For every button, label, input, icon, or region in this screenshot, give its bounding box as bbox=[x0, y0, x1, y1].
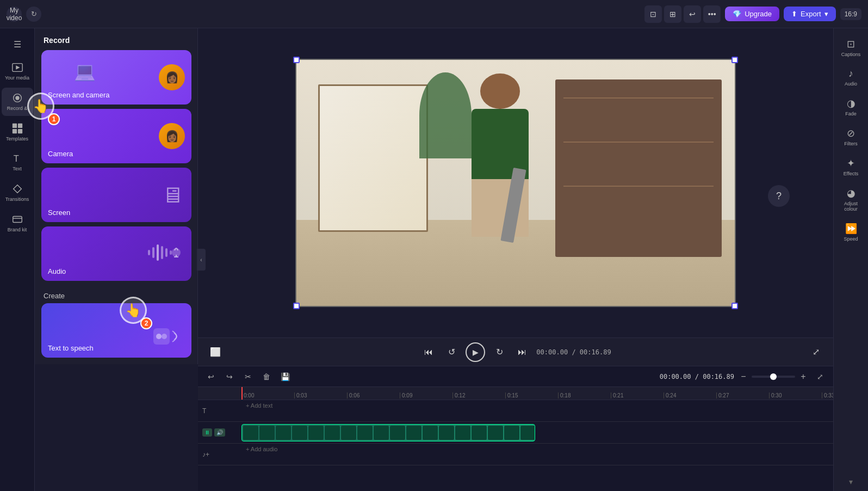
audio-track-content: + Add audio bbox=[241, 444, 833, 465]
right-sidebar-collapse[interactable]: ▾ bbox=[849, 477, 853, 491]
track-mute-btn[interactable]: ⏸ bbox=[202, 428, 212, 437]
video-clip[interactable] bbox=[241, 424, 535, 441]
sidebar-item-brand[interactable]: Brand kit bbox=[2, 209, 33, 237]
audio-right-label: Audio bbox=[845, 81, 857, 87]
sidebar-item-record-label: Record & bbox=[7, 106, 28, 112]
ruler-mark-0: 0:00 bbox=[241, 392, 294, 398]
play-button[interactable]: ▶ bbox=[466, 342, 485, 362]
timeline-area: ↩ ↪ ✂ 🗑 💾 00:00.00 / 00:16.89 − + ⤢ bbox=[198, 366, 833, 491]
sidebar-item-templates[interactable]: Templates bbox=[2, 118, 33, 146]
handle-bottom-left[interactable] bbox=[293, 303, 300, 309]
track-vol-btn[interactable]: 🔊 bbox=[214, 428, 225, 437]
right-sidebar-item-adjust-colour[interactable]: ◕ Adjust colour bbox=[835, 183, 867, 216]
crop-tool-btn[interactable]: ⊡ bbox=[644, 5, 662, 23]
right-sidebar-item-audio[interactable]: ♪ Audio bbox=[835, 64, 867, 91]
zoom-thumb bbox=[770, 373, 777, 380]
ruler-mark-9: 0:09 bbox=[400, 392, 452, 398]
camera-label: Camera bbox=[48, 150, 73, 158]
resize-tool-btn[interactable]: ⊞ bbox=[664, 5, 681, 23]
effects-icon: ✦ bbox=[847, 157, 855, 169]
topbar-title-btn[interactable]: My video bbox=[7, 7, 22, 22]
fullscreen-btn[interactable]: ⤢ bbox=[807, 343, 824, 361]
handle-bottom-right[interactable] bbox=[731, 303, 738, 309]
undo-tool-btn[interactable]: ↩ bbox=[684, 5, 701, 23]
controls-center: ⏮ ↺ ▶ ↻ ⏭ 00:00.00 / 00:16.89 bbox=[420, 342, 611, 362]
sidebar-item-your-media[interactable]: Your media bbox=[2, 57, 33, 85]
audio-track-row: ♪+ + Add audio bbox=[198, 444, 833, 465]
svg-rect-15 bbox=[165, 248, 168, 257]
timeline-delete-btn[interactable]: 🗑 bbox=[259, 369, 274, 384]
hamburger-menu-btn[interactable]: ☰ bbox=[8, 34, 27, 55]
zoom-slider[interactable] bbox=[752, 376, 795, 378]
ruler-mark-15: 0:15 bbox=[505, 392, 558, 398]
ruler-marks: 0:00 0:03 0:06 0:09 0:12 0:15 0:18 0:21 … bbox=[241, 392, 833, 400]
video-track-content[interactable] bbox=[241, 422, 833, 443]
help-button[interactable]: ? bbox=[768, 185, 790, 207]
sync-icon-btn[interactable]: ↻ bbox=[26, 7, 41, 22]
right-sidebar-item-effects[interactable]: ✦ Effects bbox=[835, 153, 867, 181]
audio-wave-icon bbox=[148, 242, 181, 266]
record-card-camera[interactable]: Camera 👩🏾 bbox=[41, 109, 191, 163]
right-sidebar-item-speed[interactable]: ⏩ Speed bbox=[835, 218, 867, 246]
film-frame bbox=[488, 426, 503, 440]
more-tool-btn[interactable]: ••• bbox=[703, 5, 721, 23]
effects-label: Effects bbox=[844, 171, 858, 176]
video-scene bbox=[296, 60, 735, 306]
timeline-save-btn[interactable]: 💾 bbox=[277, 369, 293, 384]
timeline-cut-btn[interactable]: ✂ bbox=[240, 369, 256, 384]
svg-rect-16 bbox=[170, 250, 172, 255]
skip-to-end-btn[interactable]: ⏭ bbox=[513, 343, 531, 361]
ruler-mark-3: 0:03 bbox=[294, 392, 347, 398]
record-card-screen[interactable]: Screen 🖥 bbox=[41, 168, 191, 222]
upgrade-button[interactable]: 💎 Upgrade bbox=[725, 7, 779, 21]
skip-to-start-btn[interactable]: ⏮ bbox=[420, 343, 437, 361]
text-icon: T bbox=[11, 152, 23, 164]
export-label: Export bbox=[801, 10, 821, 18]
create-card-tts[interactable]: Text to speech bbox=[41, 303, 191, 358]
zoom-out-btn[interactable]: − bbox=[737, 371, 749, 383]
film-frame bbox=[276, 426, 291, 440]
handle-top-left[interactable] bbox=[293, 57, 300, 63]
record-card-screen-camera[interactable]: Screen and camera 👩🏾 💻 bbox=[41, 50, 191, 105]
add-text-button[interactable]: + Add text bbox=[241, 400, 277, 411]
video-track-row: ⏸ 🔊 bbox=[198, 422, 833, 444]
rewind-btn[interactable]: ↺ bbox=[443, 343, 460, 361]
timeline-undo-btn[interactable]: ↩ bbox=[203, 369, 219, 384]
handle-top-right[interactable] bbox=[731, 57, 738, 63]
film-frame bbox=[259, 426, 275, 440]
time-display: 00:00.00 / 00:16.89 bbox=[536, 348, 611, 356]
ruler-mark-21: 0:21 bbox=[611, 392, 664, 398]
main-area: ☰ Your media Record & Templates T Text T… bbox=[0, 28, 868, 491]
fast-forward-btn[interactable]: ↻ bbox=[491, 343, 508, 361]
sidebar-item-record[interactable]: Record & bbox=[2, 88, 33, 116]
speed-label: Speed bbox=[844, 236, 858, 242]
right-sidebar-item-filters[interactable]: ⊘ Filters bbox=[835, 123, 867, 151]
record-card-audio[interactable]: Audio bbox=[41, 226, 191, 281]
text-track-icon: T bbox=[202, 407, 206, 415]
film-frame bbox=[520, 426, 535, 440]
add-audio-button[interactable]: + Add audio bbox=[241, 444, 282, 455]
room-shelf-unit bbox=[555, 79, 722, 256]
zoom-in-btn[interactable]: + bbox=[797, 371, 809, 383]
timeline-expand-btn[interactable]: ⤢ bbox=[813, 369, 828, 384]
controls-right: ⤢ bbox=[807, 343, 824, 361]
svg-point-3 bbox=[15, 96, 19, 100]
sidebar-item-text[interactable]: T Text bbox=[2, 148, 33, 176]
panel-collapse-btn[interactable]: ‹ bbox=[197, 249, 206, 271]
svg-rect-6 bbox=[12, 129, 16, 133]
export-button[interactable]: ⬆ Export ▾ bbox=[784, 7, 836, 21]
right-sidebar-item-fade[interactable]: ◑ Fade bbox=[835, 93, 867, 121]
record-cards: Screen and camera 👩🏾 💻 Camera 👩🏾 Screen … bbox=[35, 50, 197, 287]
add-text-label: + Add text bbox=[246, 402, 272, 409]
svg-point-22 bbox=[162, 334, 167, 339]
subtitle-toggle-btn[interactable]: ⬜ bbox=[207, 343, 224, 361]
sidebar-item-transitions[interactable]: Transitions bbox=[2, 179, 33, 207]
timeline-playhead[interactable] bbox=[241, 387, 243, 400]
film-frame bbox=[292, 426, 307, 440]
timeline-redo-btn[interactable]: ↪ bbox=[222, 369, 237, 384]
svg-rect-9 bbox=[13, 216, 22, 222]
tts-icon bbox=[151, 323, 183, 352]
right-sidebar-item-captions[interactable]: ⊡ Captions bbox=[835, 34, 867, 62]
film-frame bbox=[357, 426, 373, 440]
film-frame bbox=[243, 426, 258, 440]
